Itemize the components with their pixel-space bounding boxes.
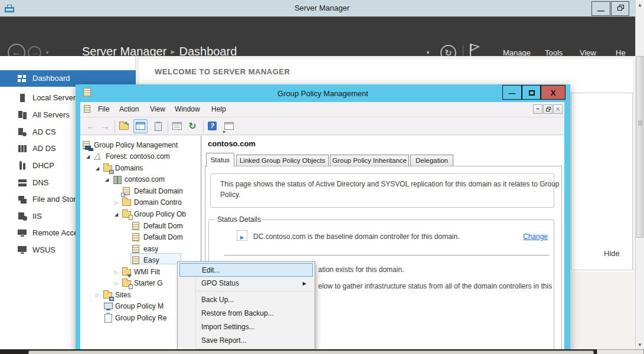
menu-item-restore-from-backup[interactable]: Restore from Backup... [179, 307, 313, 320]
tab-gp-inheritance[interactable]: Group Policy Inheritance [330, 155, 409, 166]
gpm-minimize-button[interactable] [502, 85, 522, 100]
expanded-arrow-icon[interactable] [115, 212, 118, 217]
expanded-arrow-icon[interactable] [86, 154, 90, 159]
gpm-toolbar: ? [80, 118, 564, 135]
bottom-window-edge-corner [597, 349, 644, 354]
scroll-up-icon[interactable] [638, 2, 642, 8]
mdi-restore-button[interactable] [543, 104, 553, 114]
toolbar-up-one-level-icon[interactable] [118, 120, 130, 132]
tree-item-default-domain-policy-link[interactable]: Default Domain [80, 186, 201, 197]
gpm-menu-file[interactable]: File [98, 105, 109, 113]
tree-item-contoso-domain[interactable]: contoso.com [80, 174, 201, 185]
menu-item-save-report[interactable]: Save Report... [179, 334, 313, 348]
gpm-close-button[interactable] [541, 85, 565, 100]
results-icon [103, 314, 113, 323]
gpm-menu-window[interactable]: Window [175, 105, 200, 113]
server-manager-titlebar: Server Manager [0, 0, 644, 17]
directory-server-icon [18, 144, 27, 153]
restore-button[interactable] [611, 1, 629, 16]
gpo-folder-icon [122, 210, 132, 219]
menu-item-edit[interactable]: Edit... [179, 263, 313, 277]
console-icon [84, 105, 90, 113]
iis-icon [18, 212, 27, 221]
dhcp-icon [18, 161, 27, 171]
collapsed-arrow-icon[interactable] [115, 270, 118, 275]
modeling-icon [103, 302, 113, 311]
mdi-minimize-button[interactable] [533, 104, 542, 114]
minimize-button[interactable] [591, 1, 610, 16]
scroll-down-icon[interactable] [638, 342, 642, 348]
tree-item-group-policy-objects[interactable]: Group Policy Ob [80, 209, 201, 220]
gpo-icon [132, 233, 141, 242]
gpm-client-area: File Action View Window Help ? [80, 102, 564, 354]
sites-folder-icon [103, 291, 113, 300]
gpm-menu-action[interactable]: Action [119, 105, 139, 113]
status-details-label: Status Details [215, 215, 263, 224]
expanded-arrow-icon[interactable] [96, 166, 99, 171]
server-icon [18, 93, 27, 103]
forest-icon [94, 152, 103, 161]
expanded-arrow-icon[interactable] [105, 177, 109, 182]
gpm-menubar: File Action View Window Help [80, 102, 564, 117]
tab-bar: Status Linked Group Policy Objects Group… [202, 153, 564, 166]
gpo-context-menu: Edit... GPO Status Back Up... Restore fr… [177, 261, 315, 354]
gpm-menu-view[interactable]: View [150, 105, 165, 113]
window-title: Server Manager [0, 4, 644, 12]
change-link[interactable]: Change [523, 232, 548, 241]
obscured-status-line1: ation exists for this domain. [318, 266, 404, 274]
scrollbar-thumb[interactable] [636, 56, 643, 238]
status-info-line1: This page shows the status of Active Dir… [220, 180, 560, 188]
menu-item-back-up[interactable]: Back Up... [179, 293, 313, 307]
status-info-line2: Policy. [220, 191, 240, 199]
mdi-close-button[interactable] [553, 104, 563, 114]
tab-status[interactable]: Status [206, 153, 234, 167]
tree-item-gpo-default-1[interactable]: Default Dom [80, 221, 201, 232]
scrollbar-grip [638, 121, 642, 126]
gpm-maximize-button[interactable] [522, 85, 541, 100]
dns-icon [18, 178, 27, 188]
tree-item-domain-controllers[interactable]: Domain Contro [80, 197, 201, 208]
gpm-window-title: Group Policy Management [76, 89, 570, 98]
toolbar-back-icon[interactable] [85, 120, 97, 132]
expander-icon[interactable] [237, 230, 247, 241]
collapsed-arrow-icon[interactable] [115, 281, 118, 286]
vertical-scrollbar[interactable] [635, 0, 644, 354]
tree-item-forest[interactable]: Forest: contoso.com [80, 151, 201, 162]
tab-linked-gpos[interactable]: Linked Group Policy Objects [236, 155, 329, 166]
nav-dropdown-icon[interactable] [45, 50, 50, 55]
toolbar-export-list-icon[interactable] [223, 120, 235, 132]
wmi-folder-icon [122, 268, 132, 277]
tree-item-gpo-easy[interactable]: easy [80, 244, 201, 255]
hide-button[interactable]: Hide [604, 249, 620, 258]
gpo-icon [132, 222, 141, 231]
dashboard-side-tile: Hide [571, 93, 633, 270]
collapsed-arrow-icon[interactable] [96, 293, 99, 298]
tab-delegation[interactable]: Delegation [410, 155, 453, 166]
baseline-dc-text: DC.contoso.com is the baseline domain co… [253, 232, 460, 241]
refresh-dropdown-icon[interactable] [426, 50, 430, 55]
collapsed-arrow-icon[interactable] [115, 200, 118, 205]
menu-item-gpo-status[interactable]: GPO Status [179, 277, 313, 290]
toolbar-help-icon[interactable]: ? [207, 120, 218, 132]
obscured-status-line2: elow to gather infrastructure status fro… [318, 282, 552, 290]
tree-item-root[interactable]: Group Policy Management [80, 140, 201, 151]
toolbar-clipboard-icon[interactable] [152, 120, 164, 132]
console-icon [82, 141, 91, 150]
gpo-icon [132, 256, 141, 265]
gpm-window: Group Policy Management File Action View… [76, 84, 570, 354]
servers-icon [18, 110, 27, 120]
toolbar-forward-icon[interactable] [99, 120, 111, 132]
update-services-icon [18, 245, 27, 255]
tree-item-domains[interactable]: Domains [80, 163, 201, 174]
toolbar-show-console-tree-icon[interactable] [133, 119, 148, 133]
menu-item-import-settings[interactable]: Import Settings... [179, 320, 313, 334]
tree-item-gpo-default-2[interactable]: Default Dom [80, 232, 201, 243]
folder-icon [122, 198, 132, 207]
toolbar-refresh-icon[interactable] [187, 120, 198, 132]
bottom-window-edge [0, 349, 644, 354]
dashboard-icon [18, 74, 27, 83]
submenu-arrow-icon [303, 281, 306, 286]
gpm-menu-help[interactable]: Help [211, 105, 226, 113]
toolbar-properties-icon[interactable] [171, 120, 183, 132]
status-info-box: This page shows the status of Active Dir… [210, 173, 554, 208]
